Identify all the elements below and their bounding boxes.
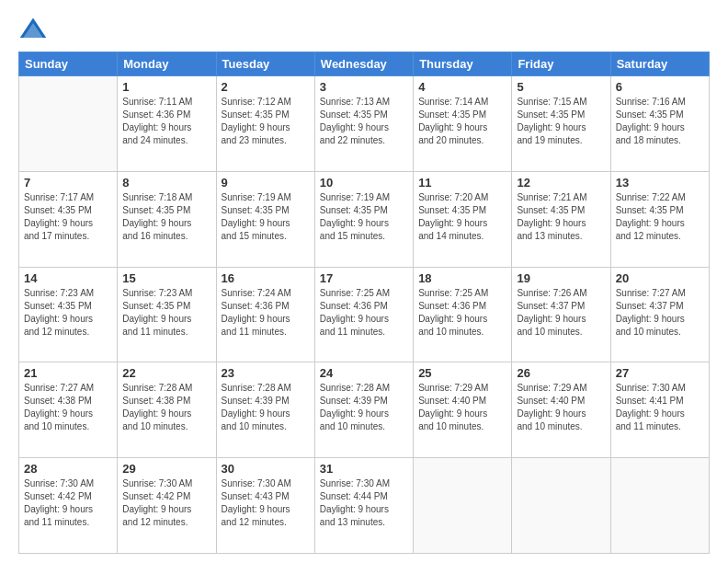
day-info: Sunrise: 7:30 AM Sunset: 4:42 PM Dayligh… (24, 477, 112, 529)
calendar-cell: 1Sunrise: 7:11 AM Sunset: 4:36 PM Daylig… (118, 76, 216, 172)
day-info: Sunrise: 7:23 AM Sunset: 4:35 PM Dayligh… (24, 287, 112, 339)
calendar-cell: 22Sunrise: 7:28 AM Sunset: 4:38 PM Dayli… (118, 362, 216, 458)
day-info: Sunrise: 7:26 AM Sunset: 4:37 PM Dayligh… (517, 287, 605, 339)
calendar-cell: 4Sunrise: 7:14 AM Sunset: 4:35 PM Daylig… (414, 76, 512, 172)
calendar-cell: 18Sunrise: 7:25 AM Sunset: 4:36 PM Dayli… (414, 267, 512, 362)
calendar-cell: 24Sunrise: 7:28 AM Sunset: 4:39 PM Dayli… (314, 362, 413, 458)
day-info: Sunrise: 7:20 AM Sunset: 4:35 PM Dayligh… (418, 191, 506, 243)
day-info: Sunrise: 7:30 AM Sunset: 4:44 PM Dayligh… (320, 477, 408, 529)
week-row-5: 28Sunrise: 7:30 AM Sunset: 4:42 PM Dayli… (19, 458, 710, 554)
day-number: 6 (616, 80, 704, 94)
day-number: 23 (222, 366, 310, 380)
calendar-cell: 20Sunrise: 7:27 AM Sunset: 4:37 PM Dayli… (610, 267, 709, 362)
day-info: Sunrise: 7:16 AM Sunset: 4:35 PM Dayligh… (616, 96, 704, 147)
calendar-cell: 26Sunrise: 7:29 AM Sunset: 4:40 PM Dayli… (512, 362, 610, 458)
day-number: 9 (222, 176, 310, 190)
day-number: 7 (24, 176, 112, 190)
calendar-cell: 6Sunrise: 7:16 AM Sunset: 4:35 PM Daylig… (610, 76, 709, 172)
day-info: Sunrise: 7:25 AM Sunset: 4:36 PM Dayligh… (320, 287, 408, 339)
calendar-cell: 10Sunrise: 7:19 AM Sunset: 4:35 PM Dayli… (314, 171, 413, 267)
day-info: Sunrise: 7:18 AM Sunset: 4:35 PM Dayligh… (122, 191, 210, 243)
day-number: 21 (24, 366, 112, 380)
week-row-2: 7Sunrise: 7:17 AM Sunset: 4:35 PM Daylig… (19, 171, 710, 267)
day-number: 26 (517, 366, 605, 380)
calendar-cell: 9Sunrise: 7:19 AM Sunset: 4:35 PM Daylig… (216, 171, 314, 267)
calendar-cell: 2Sunrise: 7:12 AM Sunset: 4:35 PM Daylig… (216, 76, 314, 172)
day-number: 4 (418, 80, 506, 94)
day-number: 11 (418, 176, 506, 190)
day-number: 17 (320, 271, 408, 285)
day-number: 14 (24, 271, 112, 285)
calendar-cell: 8Sunrise: 7:18 AM Sunset: 4:35 PM Daylig… (118, 171, 216, 267)
calendar-cell: 3Sunrise: 7:13 AM Sunset: 4:35 PM Daylig… (314, 76, 413, 172)
logo-icon (18, 15, 48, 44)
calendar-cell (512, 458, 610, 554)
calendar-cell: 17Sunrise: 7:25 AM Sunset: 4:36 PM Dayli… (314, 267, 413, 362)
day-info: Sunrise: 7:19 AM Sunset: 4:35 PM Dayligh… (320, 191, 408, 243)
calendar-cell: 31Sunrise: 7:30 AM Sunset: 4:44 PM Dayli… (314, 458, 413, 554)
calendar-cell: 21Sunrise: 7:27 AM Sunset: 4:38 PM Dayli… (19, 362, 118, 458)
day-header-wednesday: Wednesday (314, 52, 413, 76)
day-info: Sunrise: 7:30 AM Sunset: 4:42 PM Dayligh… (122, 477, 210, 529)
day-info: Sunrise: 7:28 AM Sunset: 4:39 PM Dayligh… (320, 382, 408, 433)
day-header-sunday: Sunday (19, 52, 118, 76)
calendar-cell: 7Sunrise: 7:17 AM Sunset: 4:35 PM Daylig… (19, 171, 118, 267)
calendar-cell: 11Sunrise: 7:20 AM Sunset: 4:35 PM Dayli… (414, 171, 512, 267)
day-header-thursday: Thursday (414, 52, 512, 76)
calendar-cell: 14Sunrise: 7:23 AM Sunset: 4:35 PM Dayli… (19, 267, 118, 362)
calendar-cell: 13Sunrise: 7:22 AM Sunset: 4:35 PM Dayli… (610, 171, 709, 267)
day-info: Sunrise: 7:24 AM Sunset: 4:36 PM Dayligh… (222, 287, 310, 339)
calendar-cell (19, 76, 118, 172)
calendar-cell: 30Sunrise: 7:30 AM Sunset: 4:43 PM Dayli… (216, 458, 314, 554)
header (18, 15, 710, 44)
page: SundayMondayTuesdayWednesdayThursdayFrid… (0, 0, 728, 563)
day-header-saturday: Saturday (610, 52, 709, 76)
day-info: Sunrise: 7:17 AM Sunset: 4:35 PM Dayligh… (24, 191, 112, 243)
calendar-cell (610, 458, 709, 554)
day-number: 27 (616, 366, 704, 380)
day-info: Sunrise: 7:21 AM Sunset: 4:35 PM Dayligh… (517, 191, 605, 243)
day-info: Sunrise: 7:15 AM Sunset: 4:35 PM Dayligh… (517, 96, 605, 147)
day-number: 15 (122, 271, 210, 285)
calendar-cell (414, 458, 512, 554)
calendar-cell: 25Sunrise: 7:29 AM Sunset: 4:40 PM Dayli… (414, 362, 512, 458)
calendar-cell: 23Sunrise: 7:28 AM Sunset: 4:39 PM Dayli… (216, 362, 314, 458)
day-number: 18 (418, 271, 506, 285)
day-number: 28 (24, 462, 112, 476)
header-row: SundayMondayTuesdayWednesdayThursdayFrid… (19, 52, 710, 76)
day-number: 29 (122, 462, 210, 476)
week-row-4: 21Sunrise: 7:27 AM Sunset: 4:38 PM Dayli… (19, 362, 710, 458)
calendar-cell: 29Sunrise: 7:30 AM Sunset: 4:42 PM Dayli… (118, 458, 216, 554)
calendar-cell: 5Sunrise: 7:15 AM Sunset: 4:35 PM Daylig… (512, 76, 610, 172)
day-info: Sunrise: 7:11 AM Sunset: 4:36 PM Dayligh… (122, 96, 210, 147)
day-number: 13 (616, 176, 704, 190)
day-number: 10 (320, 176, 408, 190)
logo (18, 15, 50, 44)
day-info: Sunrise: 7:27 AM Sunset: 4:37 PM Dayligh… (616, 287, 704, 339)
day-info: Sunrise: 7:29 AM Sunset: 4:40 PM Dayligh… (517, 382, 605, 433)
day-info: Sunrise: 7:30 AM Sunset: 4:41 PM Dayligh… (616, 382, 704, 433)
day-info: Sunrise: 7:23 AM Sunset: 4:35 PM Dayligh… (122, 287, 210, 339)
day-number: 8 (122, 176, 210, 190)
day-number: 20 (616, 271, 704, 285)
day-number: 25 (418, 366, 506, 380)
week-row-1: 1Sunrise: 7:11 AM Sunset: 4:36 PM Daylig… (19, 76, 710, 172)
day-info: Sunrise: 7:25 AM Sunset: 4:36 PM Dayligh… (418, 287, 506, 339)
calendar-cell: 15Sunrise: 7:23 AM Sunset: 4:35 PM Dayli… (118, 267, 216, 362)
calendar-table: SundayMondayTuesdayWednesdayThursdayFrid… (18, 52, 710, 554)
calendar-cell: 16Sunrise: 7:24 AM Sunset: 4:36 PM Dayli… (216, 267, 314, 362)
day-number: 5 (517, 80, 605, 94)
day-number: 16 (222, 271, 310, 285)
day-number: 24 (320, 366, 408, 380)
day-info: Sunrise: 7:28 AM Sunset: 4:39 PM Dayligh… (222, 382, 310, 433)
day-number: 19 (517, 271, 605, 285)
day-number: 1 (122, 80, 210, 94)
calendar-cell: 28Sunrise: 7:30 AM Sunset: 4:42 PM Dayli… (19, 458, 118, 554)
calendar-cell: 19Sunrise: 7:26 AM Sunset: 4:37 PM Dayli… (512, 267, 610, 362)
day-info: Sunrise: 7:12 AM Sunset: 4:35 PM Dayligh… (222, 96, 310, 147)
day-info: Sunrise: 7:14 AM Sunset: 4:35 PM Dayligh… (418, 96, 506, 147)
day-header-friday: Friday (512, 52, 610, 76)
day-info: Sunrise: 7:29 AM Sunset: 4:40 PM Dayligh… (418, 382, 506, 433)
day-info: Sunrise: 7:28 AM Sunset: 4:38 PM Dayligh… (122, 382, 210, 433)
day-number: 2 (222, 80, 310, 94)
